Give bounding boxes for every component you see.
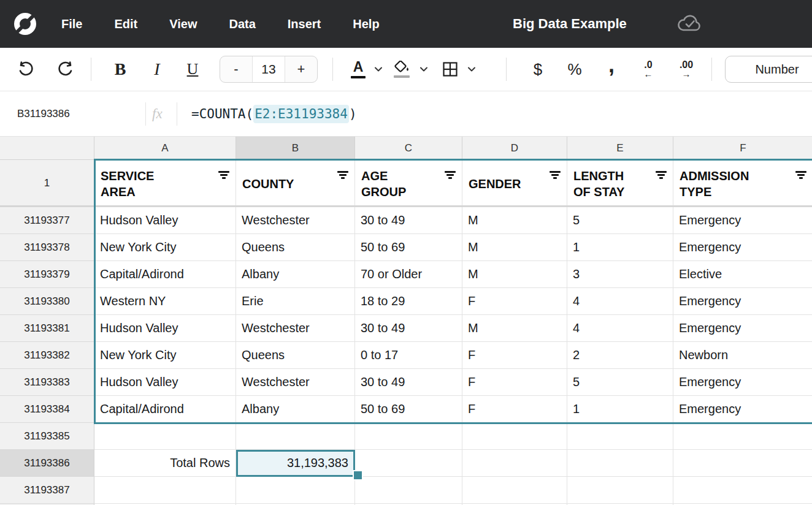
cell-C31193377[interactable]: 30 to 49 — [355, 207, 462, 234]
filter-icon[interactable] — [337, 171, 348, 179]
table-header-cell[interactable]: LENGTH OF STAY — [567, 160, 673, 207]
row-header-31193379[interactable]: 31193379 — [0, 261, 94, 288]
cell-C31193382[interactable]: 0 to 17 — [355, 342, 462, 369]
cell-D31193383[interactable]: F — [462, 369, 567, 396]
cell-F31193378[interactable]: Emergency — [673, 234, 812, 261]
column-header-E[interactable]: E — [567, 137, 673, 160]
formula-input[interactable]: =COUNTA(E2:E31193384) — [191, 91, 357, 136]
cell-A31193381[interactable]: Hudson Valley — [94, 315, 236, 342]
bold-button[interactable]: B — [109, 48, 131, 91]
cell-E31193378[interactable]: 1 — [567, 234, 673, 261]
filter-icon[interactable] — [445, 171, 456, 179]
menu-file[interactable]: File — [61, 17, 82, 31]
row-header-31193380[interactable]: 31193380 — [0, 288, 94, 315]
table-header-cell[interactable]: GENDER — [462, 160, 567, 207]
row-header-31193387[interactable]: 31193387 — [0, 477, 94, 504]
row-header-31193386[interactable]: 31193386 — [0, 450, 94, 477]
cell-A31193383[interactable]: Hudson Valley — [94, 369, 236, 396]
selected-cell[interactable]: 31,193,383 — [236, 450, 355, 477]
cell-C31193378[interactable]: 50 to 69 — [355, 234, 462, 261]
cell-F31193377[interactable]: Emergency — [673, 207, 812, 234]
row-header-1[interactable]: 1 — [0, 160, 94, 207]
cell-D31193380[interactable]: F — [462, 288, 567, 315]
cell-C31193385[interactable] — [355, 423, 462, 450]
menu-help[interactable]: Help — [353, 17, 379, 31]
cell-F31193386[interactable] — [673, 450, 812, 477]
cell-reference-box[interactable]: B31193386 — [17, 91, 70, 136]
filter-icon[interactable] — [795, 171, 806, 179]
cell-E31193383[interactable]: 5 — [567, 369, 673, 396]
cell-A31193386[interactable]: Total Rows — [94, 450, 236, 477]
cell-C31193386[interactable] — [355, 450, 462, 477]
cell-B31193377[interactable]: Westchester — [236, 207, 355, 234]
cell-A31193377[interactable]: Hudson Valley — [94, 207, 236, 234]
cell-C31193380[interactable]: 18 to 29 — [355, 288, 462, 315]
cell-A31193380[interactable]: Western NY — [94, 288, 236, 315]
cell-F31193383[interactable]: Emergency — [673, 369, 812, 396]
decrease-decimal-button[interactable]: .0← — [638, 48, 659, 91]
table-header-cell[interactable]: COUNTY — [236, 160, 355, 207]
cell-D31193377[interactable]: M — [462, 207, 567, 234]
cell-E31193380[interactable]: 4 — [567, 288, 673, 315]
comma-format-button[interactable]: , — [603, 48, 619, 91]
increase-decimal-button[interactable]: .00→ — [675, 48, 698, 91]
menu-edit[interactable]: Edit — [114, 17, 137, 31]
italic-button[interactable]: I — [147, 48, 167, 91]
cell-F31193387[interactable] — [673, 477, 812, 504]
cell-A31193382[interactable]: New York City — [94, 342, 236, 369]
row-header-31193382[interactable]: 31193382 — [0, 342, 94, 369]
cell-C31193384[interactable]: 50 to 69 — [355, 396, 462, 423]
text-color-button[interactable]: A — [347, 48, 369, 91]
cell-B31193379[interactable]: Albany — [236, 261, 355, 288]
redo-button[interactable] — [57, 48, 75, 91]
cell-E31193382[interactable]: 2 — [567, 342, 673, 369]
fill-color-button[interactable] — [391, 48, 412, 91]
cell-B31193385[interactable] — [236, 423, 355, 450]
cell-C31193387[interactable] — [355, 477, 462, 504]
column-header-F[interactable]: F — [673, 137, 812, 160]
table-header-cell[interactable]: AGE GROUP — [355, 160, 462, 207]
font-size-decrease-button[interactable]: - — [220, 56, 252, 82]
table-header-cell[interactable]: SERVICE AREA — [94, 160, 236, 207]
cell-B31193380[interactable]: Erie — [236, 288, 355, 315]
cell-D31193386[interactable] — [462, 450, 567, 477]
cell-A31193384[interactable]: Capital/Adirond — [94, 396, 236, 423]
cell-D31193385[interactable] — [462, 423, 567, 450]
column-header-D[interactable]: D — [462, 137, 567, 160]
number-format-dropdown[interactable]: Number — [725, 56, 812, 83]
cell-E31193381[interactable]: 4 — [567, 315, 673, 342]
fill-color-dropdown-chevron[interactable] — [417, 48, 431, 91]
cell-F31193385[interactable] — [673, 423, 812, 450]
cell-D31193387[interactable] — [462, 477, 567, 504]
document-title[interactable]: Big Data Example — [513, 0, 627, 48]
cell-F31193380[interactable]: Emergency — [673, 288, 812, 315]
cell-B31193378[interactable]: Queens — [236, 234, 355, 261]
cell-B31193383[interactable]: Westchester — [236, 369, 355, 396]
app-logo-icon[interactable] — [12, 11, 38, 37]
cell-F31193379[interactable]: Elective — [673, 261, 812, 288]
font-size-value[interactable]: 13 — [252, 56, 285, 82]
cell-F31193381[interactable]: Emergency — [673, 315, 812, 342]
column-header-A[interactable]: A — [94, 137, 236, 160]
font-size-increase-button[interactable]: + — [285, 56, 317, 82]
cell-A31193379[interactable]: Capital/Adirond — [94, 261, 236, 288]
cell-E31193387[interactable] — [567, 477, 673, 504]
menu-insert[interactable]: Insert — [288, 17, 321, 31]
fill-handle[interactable] — [354, 471, 362, 479]
cell-D31193378[interactable]: M — [462, 234, 567, 261]
filter-icon[interactable] — [656, 171, 667, 179]
cell-B31193382[interactable]: Queens — [236, 342, 355, 369]
borders-dropdown-chevron[interactable] — [465, 48, 478, 91]
cell-D31193379[interactable]: M — [462, 261, 567, 288]
row-header-31193383[interactable]: 31193383 — [0, 369, 94, 396]
cell-E31193384[interactable]: 1 — [567, 396, 673, 423]
text-color-dropdown-chevron[interactable] — [372, 48, 385, 91]
row-header-31193385[interactable]: 31193385 — [0, 423, 94, 450]
column-header-B[interactable]: B — [236, 137, 355, 160]
cell-E31193379[interactable]: 3 — [567, 261, 673, 288]
cell-E31193377[interactable]: 5 — [567, 207, 673, 234]
cell-E31193386[interactable] — [567, 450, 673, 477]
cell-D31193382[interactable]: F — [462, 342, 567, 369]
cell-B31193384[interactable]: Albany — [236, 396, 355, 423]
cell-C31193381[interactable]: 30 to 49 — [355, 315, 462, 342]
